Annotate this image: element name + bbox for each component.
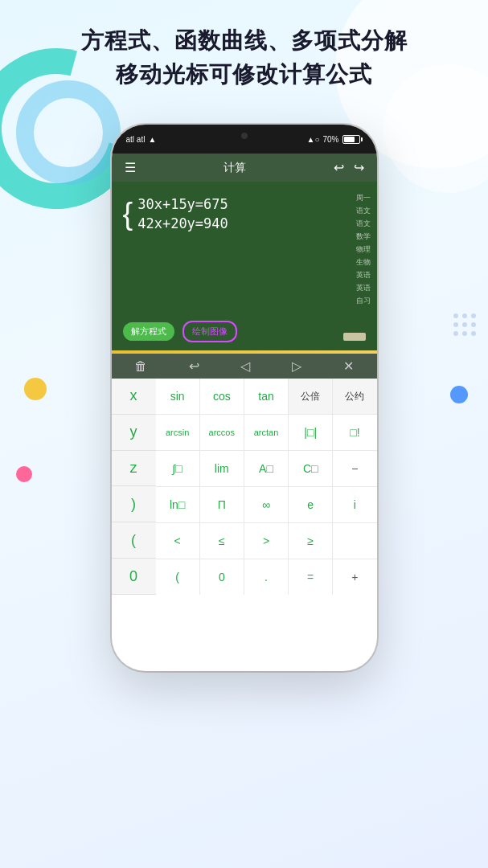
sidebar-label-1: 语文 [356,206,371,216]
key-limit[interactable]: lim [200,451,244,486]
battery-tip [361,137,363,141]
sidebar-label-6: 英语 [356,270,371,280]
sidebar-label-8: 自习 [356,296,371,306]
keyboard-area: x y z ) ( 0 sin cos tan 公倍 公约 arcsin arc… [112,379,377,595]
key-abs[interactable]: |□| [289,415,333,450]
keypad-row-3: ∫□ lim A□ C□ − [156,451,377,487]
key-y[interactable]: y [112,415,156,451]
keypad-row-1: sin cos tan 公倍 公约 [156,379,377,415]
key-zero[interactable]: 0 [200,559,244,595]
delete-icon[interactable]: 🗑 [134,359,147,374]
key-tan[interactable]: tan [244,379,289,414]
key-less[interactable]: < [156,523,200,559]
battery-fill [344,137,355,142]
key-arcsin[interactable]: arcsin [156,415,200,450]
bg-decoration-blue [16,80,121,185]
battery-body [342,135,360,144]
key-integral[interactable]: ∫□ [156,451,200,486]
draw-graph-button[interactable]: 绘制图像 [182,321,237,342]
header-line1: 方程式、函数曲线、多项式分解 [0,24,488,58]
status-bar: atl atl ▲ ▲○ 70% [112,125,377,154]
left-variable-column: x y z ) ( 0 [112,379,156,595]
key-minus[interactable]: − [333,451,376,486]
key-empty-r5 [333,523,376,559]
undo-icon[interactable]: ↩ [334,160,344,175]
chalkboard-buttons: 解方程式 绘制图像 [123,314,366,342]
key-pi[interactable]: Π [200,487,244,522]
key-dot[interactable]: . [244,559,289,595]
open-brace: { [123,199,133,229]
status-left: atl atl ▲ [126,135,157,144]
key-plus[interactable]: + [333,559,376,595]
key-factorial[interactable]: □! [333,415,376,450]
phone-mockup: atl atl ▲ ▲○ 70% ☰ 计算 ↩ ↪ { 30x+15 [112,125,377,671]
key-ln[interactable]: ln□ [156,487,200,522]
key-perm[interactable]: A□ [244,451,289,486]
key-lcm[interactable]: 公倍 [289,379,333,414]
keypad-row-4: ln□ Π ∞ e i [156,487,377,523]
action-bar: 🗑 ↩ ◁ ▷ ✕ [112,354,377,379]
chalk-eraser [343,333,366,341]
battery-pct: 70% [322,135,338,144]
right-arrow-icon[interactable]: ▷ [292,358,301,374]
battery-icon [342,135,363,144]
wifi-icon: ▲ [148,135,156,144]
app-toolbar: ☰ 计算 ↩ ↪ [112,154,377,182]
keypad-row-6: ( 0 . = + [156,559,377,595]
sidebar-label-0: 周一 [356,193,371,203]
key-arccos[interactable]: arccos [200,415,244,450]
key-geq[interactable]: ≥ [289,523,333,559]
app-title: 计算 [223,161,246,175]
sidebar-label-2: 语文 [356,219,371,229]
math-keypad: sin cos tan 公倍 公约 arcsin arccos arctan |… [156,379,377,595]
sidebar-label-3: 数学 [356,231,371,242]
key-infinity[interactable]: ∞ [244,487,289,522]
key-x[interactable]: x [112,379,156,415]
header-line2: 移动光标可修改计算公式 [0,58,488,92]
key-gcd[interactable]: 公约 [333,379,376,414]
signal-text: atl atl [126,135,146,144]
chalkboard: { 30x+15y=675 42x+20y=940 周一 语文 语文 数学 物理… [112,182,377,350]
menu-icon[interactable]: ☰ [125,160,136,175]
key-cos[interactable]: cos [200,379,244,414]
sidebar-label-7: 英语 [356,283,371,293]
key-euler[interactable]: e [289,487,333,522]
bg-dot-yellow [24,378,47,400]
header-section: 方程式、函数曲线、多项式分解 移动光标可修改计算公式 [0,24,488,92]
key-comb[interactable]: C□ [289,451,333,486]
sidebar-labels: 周一 语文 语文 数学 物理 生物 英语 英语 自习 [356,193,371,306]
equations: 30x+15y=675 42x+20y=940 [137,196,228,231]
key-sin[interactable]: sin [156,379,200,414]
sidebar-label-5: 生物 [356,257,371,268]
status-right: ▲○ 70% [307,135,363,144]
equation-line-2[interactable]: 42x+20y=940 [137,215,228,231]
redo-icon[interactable]: ↪ [354,160,364,175]
equation-line-1[interactable]: 30x+15y=675 [137,196,228,212]
key-arctan[interactable]: arctan [244,415,289,450]
alarm-icon: ▲○ [307,135,320,144]
key-z[interactable]: z [112,451,156,487]
key-equals[interactable]: = [289,559,333,595]
bg-dots-pattern [453,313,476,336]
toolbar-actions: ↩ ↪ [334,160,364,175]
solve-equation-button[interactable]: 解方程式 [123,322,174,341]
key-close-paren[interactable]: ) [112,486,156,522]
bg-dot-pink [16,466,32,482]
equation-system: { 30x+15y=675 42x+20y=940 [123,196,366,231]
key-open-paren[interactable]: ( [112,522,156,559]
key-zero-left[interactable]: 0 [112,559,156,595]
close-keyboard-icon[interactable]: ✕ [343,358,354,374]
key-leq[interactable]: ≤ [200,523,244,559]
bg-dot-blue [450,386,468,403]
phone-camera [241,133,248,139]
key-greater[interactable]: > [244,523,289,559]
left-arrow-icon[interactable]: ◁ [240,358,250,374]
key-imaginary[interactable]: i [333,487,376,522]
key-open-paren-2[interactable]: ( [156,559,200,595]
backspace-icon[interactable]: ↩ [189,358,199,374]
keypad-row-2: arcsin arccos arctan |□| □! [156,415,377,451]
sidebar-label-4: 物理 [356,244,371,255]
keypad-row-5: < ≤ > ≥ [156,523,377,559]
